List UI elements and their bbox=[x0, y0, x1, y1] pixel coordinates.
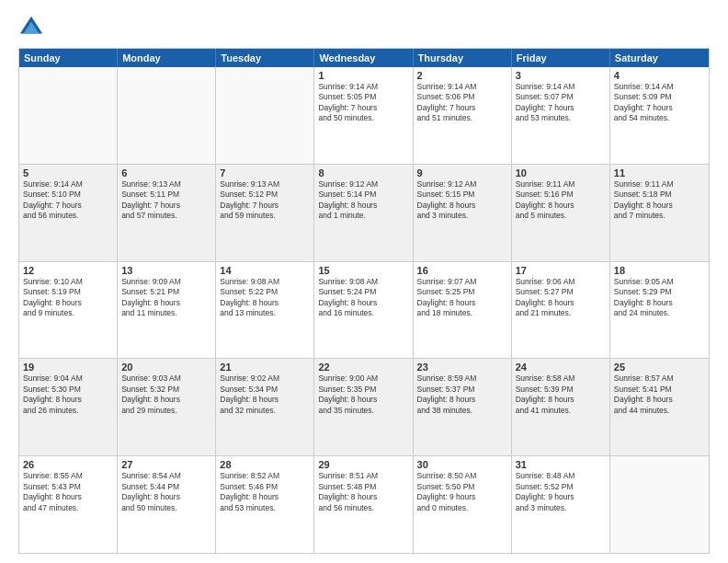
day-number: 11 bbox=[614, 167, 705, 178]
day-info: Sunrise: 9:08 AM Sunset: 5:22 PM Dayligh… bbox=[220, 277, 310, 319]
day-cell-12: 12Sunrise: 9:10 AM Sunset: 5:19 PM Dayli… bbox=[19, 262, 118, 359]
day-number: 4 bbox=[614, 70, 705, 81]
day-number: 29 bbox=[318, 459, 408, 470]
day-info: Sunrise: 9:03 AM Sunset: 5:32 PM Dayligh… bbox=[121, 373, 211, 416]
day-number: 1 bbox=[318, 70, 408, 81]
day-cell-9: 9Sunrise: 9:12 AM Sunset: 5:15 PM Daylig… bbox=[414, 165, 512, 261]
day-number: 19 bbox=[23, 362, 113, 373]
day-cell-24: 24Sunrise: 8:58 AM Sunset: 5:39 PM Dayli… bbox=[512, 359, 610, 455]
day-cell-22: 22Sunrise: 9:00 AM Sunset: 5:35 PM Dayli… bbox=[314, 359, 413, 455]
day-cell-8: 8Sunrise: 9:12 AM Sunset: 5:14 PM Daylig… bbox=[314, 165, 413, 261]
day-number: 14 bbox=[220, 265, 310, 276]
day-cell-27: 27Sunrise: 8:54 AM Sunset: 5:44 PM Dayli… bbox=[118, 456, 216, 553]
day-number: 10 bbox=[516, 167, 606, 178]
day-cell-31: 31Sunrise: 8:48 AM Sunset: 5:52 PM Dayli… bbox=[512, 456, 610, 553]
logo bbox=[18, 15, 48, 40]
empty-cell bbox=[610, 456, 709, 553]
header-day-sunday: Sunday bbox=[19, 49, 118, 67]
day-cell-6: 6Sunrise: 9:13 AM Sunset: 5:11 PM Daylig… bbox=[118, 165, 216, 261]
day-number: 9 bbox=[417, 167, 507, 178]
day-cell-28: 28Sunrise: 8:52 AM Sunset: 5:46 PM Dayli… bbox=[216, 456, 314, 553]
day-number: 17 bbox=[516, 265, 606, 276]
day-cell-18: 18Sunrise: 9:05 AM Sunset: 5:29 PM Dayli… bbox=[610, 262, 709, 359]
day-info: Sunrise: 9:06 AM Sunset: 5:27 PM Dayligh… bbox=[516, 277, 606, 319]
day-cell-29: 29Sunrise: 8:51 AM Sunset: 5:48 PM Dayli… bbox=[314, 456, 413, 553]
calendar: SundayMondayTuesdayWednesdayThursdayFrid… bbox=[18, 48, 710, 554]
day-number: 3 bbox=[516, 70, 606, 81]
day-number: 12 bbox=[23, 265, 113, 276]
empty-cell bbox=[19, 67, 118, 164]
day-number: 5 bbox=[23, 167, 113, 178]
logo-icon bbox=[18, 15, 44, 40]
day-cell-2: 2Sunrise: 9:14 AM Sunset: 5:06 PM Daylig… bbox=[414, 67, 512, 164]
day-cell-13: 13Sunrise: 9:09 AM Sunset: 5:21 PM Dayli… bbox=[118, 262, 216, 359]
day-number: 24 bbox=[516, 362, 606, 373]
day-info: Sunrise: 8:59 AM Sunset: 5:37 PM Dayligh… bbox=[417, 373, 507, 416]
day-cell-17: 17Sunrise: 9:06 AM Sunset: 5:27 PM Dayli… bbox=[512, 262, 610, 359]
day-cell-3: 3Sunrise: 9:14 AM Sunset: 5:07 PM Daylig… bbox=[512, 67, 610, 164]
day-number: 28 bbox=[220, 459, 310, 470]
day-number: 30 bbox=[417, 459, 507, 470]
day-cell-19: 19Sunrise: 9:04 AM Sunset: 5:30 PM Dayli… bbox=[19, 359, 118, 455]
day-number: 31 bbox=[516, 459, 606, 470]
day-info: Sunrise: 8:57 AM Sunset: 5:41 PM Dayligh… bbox=[614, 373, 705, 416]
day-info: Sunrise: 9:07 AM Sunset: 5:25 PM Dayligh… bbox=[417, 277, 507, 319]
day-number: 2 bbox=[417, 70, 507, 81]
header-day-thursday: Thursday bbox=[414, 49, 512, 67]
day-info: Sunrise: 8:54 AM Sunset: 5:44 PM Dayligh… bbox=[121, 471, 211, 513]
day-cell-11: 11Sunrise: 9:11 AM Sunset: 5:18 PM Dayli… bbox=[610, 165, 709, 261]
calendar-week-1: 5Sunrise: 9:14 AM Sunset: 5:10 PM Daylig… bbox=[19, 165, 709, 262]
day-info: Sunrise: 9:14 AM Sunset: 5:07 PM Dayligh… bbox=[516, 82, 606, 124]
day-number: 25 bbox=[614, 362, 705, 373]
calendar-header: SundayMondayTuesdayWednesdayThursdayFrid… bbox=[19, 49, 709, 67]
day-number: 8 bbox=[318, 167, 408, 178]
calendar-week-0: 1Sunrise: 9:14 AM Sunset: 5:05 PM Daylig… bbox=[19, 67, 709, 165]
day-info: Sunrise: 9:08 AM Sunset: 5:24 PM Dayligh… bbox=[318, 277, 408, 319]
day-info: Sunrise: 8:48 AM Sunset: 5:52 PM Dayligh… bbox=[516, 471, 606, 513]
header-day-wednesday: Wednesday bbox=[314, 49, 413, 67]
day-info: Sunrise: 9:14 AM Sunset: 5:09 PM Dayligh… bbox=[614, 82, 705, 124]
day-number: 6 bbox=[121, 167, 211, 178]
calendar-week-4: 26Sunrise: 8:55 AM Sunset: 5:43 PM Dayli… bbox=[19, 456, 709, 553]
day-cell-15: 15Sunrise: 9:08 AM Sunset: 5:24 PM Dayli… bbox=[314, 262, 413, 359]
day-number: 18 bbox=[614, 265, 705, 276]
calendar-week-2: 12Sunrise: 9:10 AM Sunset: 5:19 PM Dayli… bbox=[19, 262, 709, 360]
header-day-tuesday: Tuesday bbox=[216, 49, 314, 67]
day-number: 16 bbox=[417, 265, 507, 276]
page: SundayMondayTuesdayWednesdayThursdayFrid… bbox=[0, 0, 728, 563]
day-info: Sunrise: 8:52 AM Sunset: 5:46 PM Dayligh… bbox=[220, 471, 310, 513]
day-number: 26 bbox=[23, 459, 113, 470]
day-number: 21 bbox=[220, 362, 310, 373]
day-number: 27 bbox=[121, 459, 211, 470]
day-info: Sunrise: 9:05 AM Sunset: 5:29 PM Dayligh… bbox=[614, 277, 705, 319]
day-number: 15 bbox=[318, 265, 408, 276]
day-info: Sunrise: 9:00 AM Sunset: 5:35 PM Dayligh… bbox=[318, 373, 408, 416]
day-cell-4: 4Sunrise: 9:14 AM Sunset: 5:09 PM Daylig… bbox=[610, 67, 709, 164]
header-day-friday: Friday bbox=[512, 49, 610, 67]
day-info: Sunrise: 8:55 AM Sunset: 5:43 PM Dayligh… bbox=[23, 471, 113, 513]
day-info: Sunrise: 8:50 AM Sunset: 5:50 PM Dayligh… bbox=[417, 471, 507, 513]
day-info: Sunrise: 9:09 AM Sunset: 5:21 PM Dayligh… bbox=[121, 277, 211, 319]
day-number: 22 bbox=[318, 362, 408, 373]
day-cell-26: 26Sunrise: 8:55 AM Sunset: 5:43 PM Dayli… bbox=[19, 456, 118, 553]
day-cell-14: 14Sunrise: 9:08 AM Sunset: 5:22 PM Dayli… bbox=[216, 262, 314, 359]
day-info: Sunrise: 9:14 AM Sunset: 5:05 PM Dayligh… bbox=[318, 82, 408, 124]
day-info: Sunrise: 9:12 AM Sunset: 5:15 PM Dayligh… bbox=[417, 179, 507, 222]
day-info: Sunrise: 9:11 AM Sunset: 5:16 PM Dayligh… bbox=[516, 179, 606, 222]
day-info: Sunrise: 8:51 AM Sunset: 5:48 PM Dayligh… bbox=[318, 471, 408, 513]
day-cell-30: 30Sunrise: 8:50 AM Sunset: 5:50 PM Dayli… bbox=[414, 456, 512, 553]
day-info: Sunrise: 9:14 AM Sunset: 5:10 PM Dayligh… bbox=[23, 179, 113, 222]
day-info: Sunrise: 9:02 AM Sunset: 5:34 PM Dayligh… bbox=[220, 373, 310, 416]
day-cell-25: 25Sunrise: 8:57 AM Sunset: 5:41 PM Dayli… bbox=[610, 359, 709, 455]
day-cell-16: 16Sunrise: 9:07 AM Sunset: 5:25 PM Dayli… bbox=[414, 262, 512, 359]
day-number: 13 bbox=[121, 265, 211, 276]
calendar-week-3: 19Sunrise: 9:04 AM Sunset: 5:30 PM Dayli… bbox=[19, 359, 709, 456]
day-cell-21: 21Sunrise: 9:02 AM Sunset: 5:34 PM Dayli… bbox=[216, 359, 314, 455]
day-info: Sunrise: 9:11 AM Sunset: 5:18 PM Dayligh… bbox=[614, 179, 705, 222]
empty-cell bbox=[118, 67, 216, 164]
header bbox=[18, 15, 710, 40]
day-cell-20: 20Sunrise: 9:03 AM Sunset: 5:32 PM Dayli… bbox=[118, 359, 216, 455]
calendar-body: 1Sunrise: 9:14 AM Sunset: 5:05 PM Daylig… bbox=[19, 67, 709, 553]
day-number: 23 bbox=[417, 362, 507, 373]
header-day-saturday: Saturday bbox=[610, 49, 709, 67]
